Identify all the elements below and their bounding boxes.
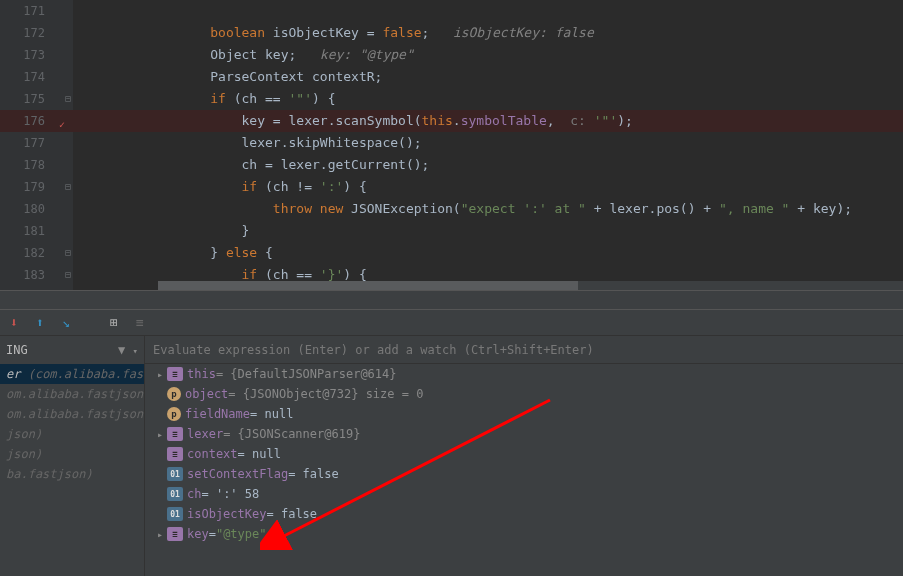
code-line-current: key = lexer.scanSymbol(this.symbolTable,… — [73, 110, 903, 132]
stack-frame[interactable]: json) — [0, 424, 144, 444]
object-icon: ≡ — [167, 427, 183, 441]
bool-icon: 01 — [167, 487, 183, 501]
var-row[interactable]: pobject = {JSONObject@732} size = 0 — [145, 384, 903, 404]
line-number: 173 — [0, 44, 73, 66]
stack-frame[interactable]: om.alibaba.fastjson.parse — [0, 404, 144, 424]
line-number: 182⊟ — [0, 242, 73, 264]
download-icon[interactable]: ⬇ — [6, 315, 22, 331]
code-line: boolean isObjectKey = false; isObjectKey… — [73, 22, 903, 44]
debug-toolbar: ⬇ ⬆ ↘ ⊞ ≡ — [0, 310, 903, 336]
upload-icon[interactable]: ⬆ — [32, 315, 48, 331]
fold-icon[interactable]: ⊟ — [61, 242, 71, 264]
line-number: 180 — [0, 198, 73, 220]
line-number: 175⊟ — [0, 88, 73, 110]
var-row[interactable]: ▸≡key = "@type" — [145, 524, 903, 544]
var-row[interactable]: pfieldName = null — [145, 404, 903, 424]
code-line: } else { — [73, 242, 903, 264]
filter-icon[interactable]: ▼ — [118, 343, 125, 357]
line-number: 183⊟ — [0, 264, 73, 286]
object-icon: ≡ — [167, 527, 183, 541]
code-line: if (ch != ':') { — [73, 176, 903, 198]
bool-icon: 01 — [167, 467, 183, 481]
stack-frame[interactable]: om.alibaba.fastjson.parse — [0, 384, 144, 404]
param-icon: p — [167, 407, 181, 421]
stack-frame[interactable]: ba.fastjson) — [0, 464, 144, 484]
line-number: 178 — [0, 154, 73, 176]
code-line: } — [73, 220, 903, 242]
var-row[interactable]: ▸≡lexer = {JSONScanner@619} — [145, 424, 903, 444]
gutter: 171 172 173 174 175⊟ 176✓ 177 178 179⊟ 1… — [0, 0, 73, 290]
expand-icon[interactable]: ▸ — [153, 429, 167, 440]
code-editor[interactable]: 171 172 173 174 175⊟ 176✓ 177 178 179⊟ 1… — [0, 0, 903, 290]
code-line: lexer.skipWhitespace(); — [73, 132, 903, 154]
fold-icon[interactable]: ⊟ — [61, 88, 71, 110]
frames-header: ING ▼ ▾ — [0, 336, 144, 364]
code-line — [73, 0, 903, 22]
var-row[interactable]: ≡context = null — [145, 444, 903, 464]
object-icon: ≡ — [167, 447, 183, 461]
dropdown-icon[interactable]: ▾ — [133, 346, 138, 356]
panel-divider[interactable] — [0, 290, 903, 310]
scrollbar-thumb[interactable] — [158, 281, 578, 290]
object-icon: ≡ — [167, 367, 183, 381]
expand-icon[interactable]: ▸ — [153, 369, 167, 380]
var-row[interactable]: 01ch = ':' 58 — [145, 484, 903, 504]
variables-panel[interactable]: Evaluate expression (Enter) or add a wat… — [145, 336, 903, 576]
var-row[interactable]: 01setContextFlag = false — [145, 464, 903, 484]
line-number: 171 — [0, 0, 73, 22]
frames-panel[interactable]: ING ▼ ▾ er (com.alibaba.fastjson. om.ali… — [0, 336, 145, 576]
calculator-icon[interactable]: ⊞ — [106, 315, 122, 331]
list-icon[interactable]: ≡ — [132, 315, 148, 331]
code-line: ParseContext contextR; — [73, 66, 903, 88]
bool-icon: 01 — [167, 507, 183, 521]
code-line: ch = lexer.getCurrent(); — [73, 154, 903, 176]
code-line: throw new JSONException("expect ':' at "… — [73, 198, 903, 220]
debug-panel: ING ▼ ▾ er (com.alibaba.fastjson. om.ali… — [0, 336, 903, 576]
var-row[interactable]: 01isObjectKey = false — [145, 504, 903, 524]
evaluate-input[interactable]: Evaluate expression (Enter) or add a wat… — [145, 336, 903, 364]
fold-icon[interactable]: ⊟ — [61, 264, 71, 286]
param-icon: p — [167, 387, 181, 401]
fold-icon[interactable]: ⊟ — [61, 176, 71, 198]
export-icon[interactable]: ↘ — [58, 315, 74, 331]
line-number: 172 — [0, 22, 73, 44]
code-line: if (ch == '"') { — [73, 88, 903, 110]
line-number: 179⊟ — [0, 176, 73, 198]
stack-frame[interactable]: er (com.alibaba.fastjson. — [0, 364, 144, 384]
expand-icon[interactable]: ▸ — [153, 529, 167, 540]
stack-frame[interactable]: json) — [0, 444, 144, 464]
line-number: 177 — [0, 132, 73, 154]
line-number: 174 — [0, 66, 73, 88]
code-line: Object key; key: "@type" — [73, 44, 903, 66]
line-number: 181 — [0, 220, 73, 242]
var-row[interactable]: ▸≡this = {DefaultJSONParser@614} — [145, 364, 903, 384]
scrollbar-horizontal[interactable] — [158, 281, 903, 290]
line-number-breakpoint[interactable]: 176✓ — [0, 110, 73, 132]
code-area[interactable]: boolean isObjectKey = false; isObjectKey… — [73, 0, 903, 290]
